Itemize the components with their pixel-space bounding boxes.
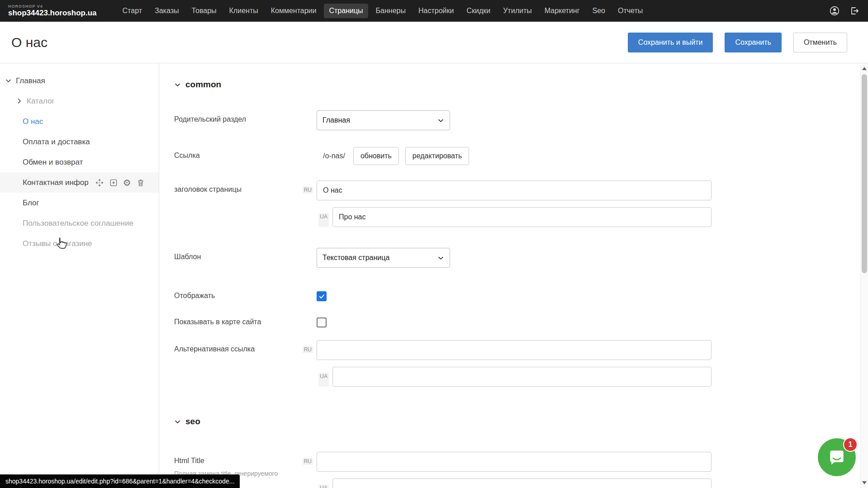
move-icon[interactable] <box>95 178 104 187</box>
brand-domain: shop34423.horoshop.ua <box>8 9 97 17</box>
nav-item-marketing[interactable]: Маркетинг <box>540 4 585 18</box>
parent-section-value: Главная <box>323 116 437 124</box>
tree-item-label: Блог <box>23 199 39 208</box>
ru-badge: RU <box>303 346 313 353</box>
page-title: О нас <box>11 35 47 50</box>
tree-item-glavnaya[interactable]: Главная <box>0 71 159 91</box>
chevron-down-icon <box>437 117 444 124</box>
ru-badge: RU <box>303 186 313 194</box>
brand-logo[interactable]: HOROSHOP V4 shop34423.horoshop.ua <box>8 5 97 17</box>
display-label: Отображать <box>174 287 301 300</box>
cancel-button[interactable]: Отменить <box>793 33 847 52</box>
chevron-down-icon <box>437 255 444 261</box>
alt-link-label: Альтернативная ссылка <box>174 340 301 353</box>
tree-item-label: О нас <box>23 117 43 126</box>
ua-badge: UA <box>318 484 329 488</box>
nav-item-banners[interactable]: Баннеры <box>371 4 411 18</box>
nav-item-seo[interactable]: Seo <box>588 4 610 18</box>
section-seo[interactable]: seo <box>174 417 868 426</box>
link-status-bar: shop34423.horoshop.ua/edit/edit.php?id=6… <box>0 474 240 488</box>
account-icon[interactable] <box>829 5 840 16</box>
settings-gear-icon[interactable]: ⚙ <box>123 178 131 187</box>
nav-item-pages[interactable]: Страницы <box>324 4 368 18</box>
chevron-right-icon[interactable] <box>16 98 23 104</box>
parent-section-label: Родительский раздел <box>174 110 301 123</box>
top-menu: Старт Заказы Товары Клиенты Комментарии … <box>118 4 648 18</box>
tree-item-label: Оплата и доставка <box>23 137 90 147</box>
page-heading-ru-input[interactable] <box>317 180 711 200</box>
chat-widget-button[interactable]: 1 <box>818 438 856 476</box>
ua-badge: UA <box>318 213 329 227</box>
ua-badge: UA <box>318 373 329 387</box>
nav-item-products[interactable]: Товары <box>187 4 222 18</box>
tree-item-blog[interactable]: Блог <box>0 193 159 213</box>
tree-item-o-nas[interactable]: О нас <box>0 111 159 132</box>
tree-item-polzovatelskoe-soglashenie[interactable]: Пользовательское соглашение <box>0 213 159 233</box>
tree-item-label: Каталог <box>27 97 55 106</box>
section-seo-title: seo <box>185 417 200 426</box>
template-select[interactable]: Текстовая страница <box>317 248 450 268</box>
display-checkbox[interactable] <box>317 291 327 301</box>
nav-item-reports[interactable]: Отчеты <box>613 4 648 18</box>
pages-tree-sidebar: Главная Каталог О нас Оплата и доставка … <box>0 63 159 488</box>
alt-link-ru-input[interactable] <box>317 340 711 360</box>
alt-link-ua-input[interactable] <box>332 367 711 387</box>
chat-bubble-icon <box>827 447 847 467</box>
html-title-label: Html Title <box>174 457 204 464</box>
html-title-ru-input[interactable] <box>317 452 711 472</box>
template-value: Текстовая страница <box>323 254 437 262</box>
tree-item-katalog[interactable]: Каталог <box>0 91 159 111</box>
tree-item-label: Пользовательское соглашение <box>23 219 133 228</box>
edit-form: common Родительский раздел Главная Ссылк… <box>159 63 868 488</box>
tree-item-label: Контактная инфор <box>23 178 89 187</box>
section-common-title: common <box>185 80 221 90</box>
tree-item-label: Отзывы о магазине <box>23 239 92 248</box>
tree-item-oplata-i-dostavka[interactable]: Оплата и доставка <box>0 132 159 152</box>
link-refresh-button[interactable]: обновить <box>353 147 399 165</box>
tree-item-label: Главная <box>16 76 45 85</box>
nav-item-orders[interactable]: Заказы <box>150 4 184 18</box>
parent-section-select[interactable]: Главная <box>317 110 450 130</box>
chevron-down-icon <box>174 81 181 88</box>
delete-trash-icon[interactable] <box>136 178 145 187</box>
page-header: О нас Сохранить и выйти Сохранить Отмени… <box>0 22 868 63</box>
section-common[interactable]: common <box>174 80 868 90</box>
nav-item-utilities[interactable]: Утилиты <box>498 4 537 18</box>
tree-item-kontaktnaya-infor[interactable]: Контактная инфор ⚙ <box>0 172 159 193</box>
vertical-scrollbar[interactable] <box>860 63 868 488</box>
add-page-icon[interactable] <box>109 178 118 187</box>
tree-item-obmen-i-vozvrat[interactable]: Обмен и возврат <box>0 152 159 172</box>
scroll-down-arrow[interactable] <box>862 481 867 484</box>
chevron-down-icon[interactable] <box>5 77 12 84</box>
link-edit-button[interactable]: редактировать <box>405 147 469 165</box>
nav-item-settings[interactable]: Настройки <box>413 4 459 18</box>
link-label: Ссылка <box>174 147 301 160</box>
link-path-value: /o-nas/ <box>317 152 345 160</box>
save-and-exit-button[interactable]: Сохранить и выйти <box>628 33 713 52</box>
html-title-ua-input[interactable] <box>332 479 711 488</box>
tree-item-actions: ⚙ <box>95 178 145 187</box>
logout-icon[interactable] <box>849 5 860 16</box>
scrollbar-thumb[interactable] <box>862 74 867 273</box>
ru-badge: RU <box>303 458 313 465</box>
check-icon <box>318 293 325 300</box>
nav-item-comments[interactable]: Комментарии <box>266 4 322 18</box>
page-heading-label: заголовок страницы <box>174 180 301 194</box>
chevron-down-icon <box>174 418 181 425</box>
chat-unread-badge: 1 <box>843 437 858 452</box>
sitemap-checkbox[interactable] <box>317 317 327 327</box>
template-label: Шаблон <box>174 248 301 261</box>
top-navbar: HOROSHOP V4 shop34423.horoshop.ua Старт … <box>0 0 868 22</box>
save-button[interactable]: Сохранить <box>725 33 782 52</box>
sitemap-label: Показывать в карте сайта <box>174 313 301 326</box>
scroll-up-arrow[interactable] <box>862 67 867 70</box>
page-heading-ua-input[interactable] <box>332 207 711 227</box>
nav-item-discounts[interactable]: Скидки <box>461 4 495 18</box>
nav-item-start[interactable]: Старт <box>118 4 147 18</box>
tree-item-label: Обмен и возврат <box>23 158 83 167</box>
nav-item-clients[interactable]: Клиенты <box>224 4 263 18</box>
tree-item-otzyvy-o-magazine[interactable]: Отзывы о магазине <box>0 233 159 254</box>
